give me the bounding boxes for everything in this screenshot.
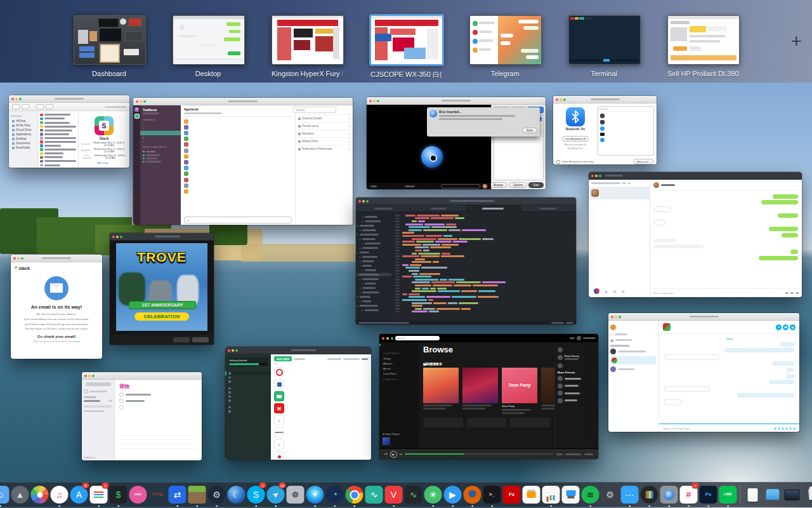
options-button[interactable]: Options — [509, 182, 528, 188]
bluetooth-device-row[interactable] — [600, 138, 652, 142]
dock-icon-safari[interactable]: ➤ — [306, 483, 325, 506]
sticker-icon[interactable] — [594, 288, 599, 294]
group-icon[interactable]: ◉ — [613, 289, 616, 293]
spotify-window[interactable]: Search YOUR MUSIC SongsAlbumsArtistsLoca… — [379, 334, 598, 459]
friend-row[interactable] — [558, 347, 596, 352]
dock-icon-recent-document[interactable] — [743, 483, 763, 506]
dm-item[interactable] — [140, 160, 181, 163]
dashlane-window[interactable]: Getting Started ADD NEW 1-9 — [225, 347, 371, 460]
dock-icon-firefox-dev[interactable]: ◔ — [325, 483, 344, 506]
space-thumbnail[interactable]: Kingston HyperX Fury R... — [272, 15, 343, 77]
dock-icon-app-store[interactable]: A 8 — [70, 483, 89, 506]
player-controls[interactable] — [367, 183, 491, 189]
channel-item[interactable] — [140, 131, 181, 135]
dock-icon-keynote[interactable] — [561, 483, 580, 506]
line-window[interactable]: ◉ ◉ ◉ ⋮ — [589, 172, 802, 297]
message-list[interactable] — [181, 117, 295, 215]
dock-icon-downloads-folder[interactable] — [763, 483, 782, 506]
finder-file-list[interactable] — [38, 111, 79, 168]
space-thumbnail[interactable]: Desktop — [173, 15, 244, 77]
dock-icon-launchpad[interactable]: ▲ — [11, 483, 30, 506]
dock-icon-itunes[interactable]: ♫ — [50, 483, 69, 506]
spotify-search-input[interactable]: Search — [395, 336, 440, 340]
channel-item[interactable] — [140, 126, 181, 131]
sidebar-nav-item[interactable] — [225, 410, 271, 414]
voice-call-button[interactable]: ☎ — [783, 324, 789, 330]
slack-search-input[interactable]: Search — [293, 107, 336, 113]
sidebar-item[interactable]: iCloud Drive — [11, 128, 36, 132]
credential-row[interactable]: amazon — [274, 427, 368, 438]
dock-icon-photoshop[interactable]: Ps — [699, 483, 718, 506]
new-playlist-button[interactable]: ⊕ New Playlist — [383, 432, 416, 436]
sidebar-item[interactable]: AirDrop — [11, 119, 36, 123]
message-area[interactable]: Today — [659, 334, 799, 424]
friend-row[interactable] — [558, 376, 596, 381]
finder-window[interactable]: Favorites AirDropAll My FilesiCloud Driv… — [9, 95, 129, 168]
slack-signin-window[interactable]: ⌗ slack An email is on its way! We sent … — [11, 255, 102, 359]
dock-icon-dvd-ripper[interactable] — [660, 483, 679, 506]
dock-icon-filezilla[interactable]: Fz — [502, 483, 521, 506]
friend-row[interactable] — [558, 384, 596, 389]
message-area[interactable] — [650, 190, 802, 288]
dock-icon-terminal[interactable]: $ — [109, 483, 128, 506]
bluetooth-device-row[interactable] — [600, 120, 652, 124]
dock-icon-skype[interactable]: S 1 — [247, 483, 266, 506]
dock-icon-ftb[interactable]: FTB — [148, 483, 167, 506]
play-button[interactable]: ▶ — [390, 451, 397, 458]
editor-tabs[interactable] — [356, 205, 576, 212]
bluetooth-preferences-window[interactable]: Bluetooth: On Turn Bluetooth Off Now dis… — [553, 96, 657, 164]
menubar-checkbox[interactable] — [556, 160, 560, 164]
dock-icon-line[interactable]: LINE — [719, 483, 738, 506]
settings-icon[interactable]: ◉ — [622, 289, 625, 293]
dock-icon-reminders[interactable]: 1 — [89, 483, 108, 506]
todo-item[interactable] — [119, 405, 197, 410]
credential-row[interactable] — [274, 379, 368, 389]
chat-item[interactable] — [610, 366, 657, 372]
dock-icon-slides-app[interactable] — [522, 483, 541, 506]
add-list-button[interactable]: ⊕ Add List — [84, 456, 112, 459]
playlist-card[interactable]: Teen Party Teen Party — [502, 368, 537, 415]
dock-icon-osu[interactable]: osu! — [129, 483, 148, 506]
sidebar-item[interactable]: All My Files — [11, 123, 36, 128]
add-space-button[interactable]: + — [790, 30, 802, 52]
credential-row[interactable] — [274, 439, 368, 450]
chat-list-item[interactable] — [589, 187, 650, 199]
device-list[interactable]: Devices — [598, 106, 654, 156]
dm-item[interactable]: slackbot — [140, 149, 181, 154]
dock-icon-slack[interactable]: # • — [679, 483, 698, 506]
launcher-button[interactable] — [173, 337, 190, 342]
about-section[interactable]: Channel Details — [298, 114, 350, 122]
todo-item[interactable] — [119, 399, 197, 403]
scan-button[interactable]: Scan — [522, 128, 537, 133]
dock-icon-activity-monitor[interactable]: ∿ — [404, 483, 423, 506]
sidebar-item[interactable]: Documents — [11, 141, 36, 145]
dock-icon-glyph-launcher[interactable]: ☾ — [227, 483, 246, 506]
sidebar-item[interactable]: Desktop — [11, 137, 36, 141]
advanced-button[interactable]: Advanced... — [634, 159, 653, 164]
about-section[interactable]: Members — [298, 130, 350, 137]
todo-item[interactable] — [119, 392, 197, 397]
about-section[interactable]: Notification Preferences — [298, 145, 350, 152]
dock-icon-spotify[interactable]: ≋ — [581, 483, 600, 506]
slack-window[interactable]: Search T TeaMeow CHANNELS DIRECT MESSAGE… — [133, 98, 353, 225]
dvd-ripper-window[interactable]: Disc Inserted... Scan M — [367, 97, 546, 189]
dock-icon-teamviewer[interactable]: ⇄ — [168, 483, 187, 506]
dock-icon-steam[interactable]: ⚙ — [207, 483, 226, 506]
video-call-button[interactable]: ▣ — [790, 324, 796, 330]
dock-icon-photos[interactable] — [30, 483, 49, 506]
line-message-input[interactable]: Enter a message — [650, 288, 802, 297]
dock-icon-minecraft[interactable] — [188, 483, 207, 506]
progress-bar[interactable] — [405, 453, 554, 455]
channel-item[interactable] — [140, 140, 181, 144]
team-switcher-icon[interactable]: T — [134, 107, 139, 112]
playlist-card[interactable]: 咖啡 — [541, 368, 554, 415]
dock-icon-messages[interactable]: ⋯ — [620, 483, 639, 506]
user-avatar[interactable] — [577, 336, 581, 340]
bluetooth-device-row[interactable] — [600, 114, 652, 118]
team-name[interactable]: TeaMeow — [140, 107, 181, 112]
about-section[interactable]: Pinned Items — [298, 122, 350, 130]
message-input[interactable]: + — [184, 217, 292, 224]
contacts-nav[interactable]: ◉ — [610, 338, 657, 342]
getting-started-box[interactable]: Getting Started — [228, 358, 268, 366]
dock-icon-telegram[interactable]: ➤ 23 — [266, 483, 285, 506]
